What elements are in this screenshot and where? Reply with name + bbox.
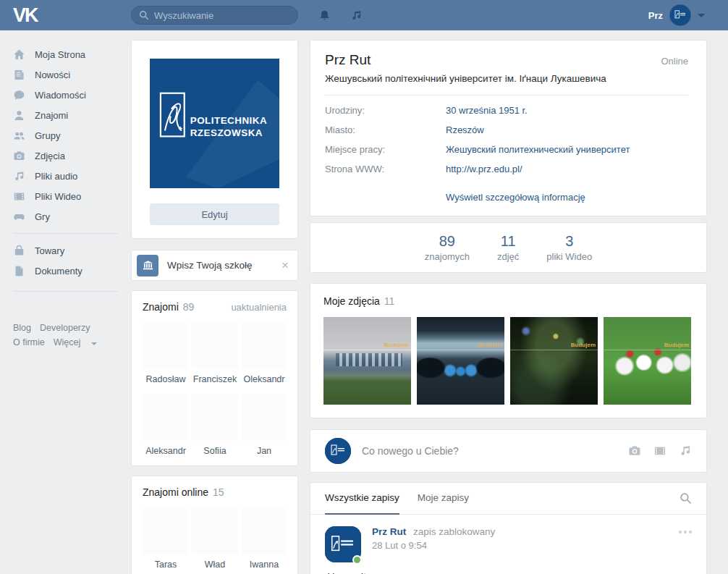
sidebar-item-towary[interactable]: Towary (13, 240, 131, 261)
sidebar-item-wiadomosci[interactable]: Wiadomości (13, 85, 131, 105)
counter-friends[interactable]: 89 znajomych (425, 233, 470, 262)
sidebar-item-label: Grupy (35, 130, 60, 141)
post-actions-menu-icon[interactable] (679, 531, 692, 533)
wall-search-icon[interactable] (680, 492, 692, 505)
sidebar-item-grupy[interactable]: Grupy (13, 125, 131, 145)
footer-link-o-firmie[interactable]: O firmie (13, 337, 45, 347)
status-text[interactable]: Жешувський політехнічний університет ім.… (325, 73, 688, 84)
user-avatar (670, 5, 690, 25)
detail-value-link[interactable]: Жешувский политехнический университет (446, 144, 630, 155)
search-bar[interactable] (131, 6, 298, 25)
school-input[interactable]: Wpisz Twoją szkołę (167, 260, 282, 271)
friend-item[interactable]: Oleksandr (241, 323, 287, 384)
groups-icon (13, 130, 25, 142)
detail-label: Strona WWW: (325, 164, 446, 174)
counter-label: pliki Wideo (546, 251, 592, 262)
friend-item[interactable]: Jan (241, 394, 287, 456)
profile-photo[interactable]: POLITECHNIKA RZESZOWSKA (150, 59, 279, 188)
photo-university-building[interactable]: Budujem (323, 317, 411, 405)
chevron-down-icon (91, 342, 97, 345)
counter-value: 3 (546, 233, 592, 250)
online-indicator (352, 555, 362, 565)
search-icon (139, 10, 149, 20)
counter-label: zdjęć (497, 251, 519, 262)
sidebar-item-gry[interactable]: Gry (13, 206, 131, 227)
footer-link-wiecej[interactable]: Więcej (54, 337, 81, 347)
attach-photo-camera-icon[interactable] (628, 444, 641, 457)
attach-audio-music-icon[interactable] (679, 444, 692, 457)
sidebar-item-dokumenty[interactable]: Dokumenty (13, 261, 131, 281)
friend-name: Franciszek (192, 374, 238, 384)
tab-my-posts[interactable]: Moje zapisy (418, 483, 469, 515)
friend-item[interactable]: Radosław (143, 323, 189, 384)
sidebar-item-pliki-audio[interactable]: Pliki audio (13, 166, 131, 186)
composer-avatar (325, 438, 351, 464)
friends-online-title[interactable]: Znajomi online (143, 486, 208, 498)
counters-card: 89 znajomych 11 zdjęć 3 pliki Wideo (310, 222, 707, 273)
post-blocked-badge: zapis zablokowany (413, 526, 495, 537)
sidebar-item-nowosci[interactable]: Nowości (13, 64, 131, 85)
footer-link-developerzy[interactable]: Developerzy (40, 323, 90, 333)
detail-value-link[interactable]: Rzeszów (446, 124, 484, 135)
friend-name: Taras (143, 560, 189, 570)
my-photos-title[interactable]: Moje zdjęcia (323, 295, 380, 307)
post-author-name[interactable]: Prz Rut (372, 526, 406, 537)
composer-input[interactable]: Co nowego u Ciebie? (362, 445, 628, 457)
close-icon[interactable]: × (282, 259, 289, 271)
news-icon (13, 69, 25, 81)
sidebar-item-zdjecia[interactable]: Zdjęcia (13, 145, 131, 166)
left-sidebar: Moja Strona Nowości Wiadomości Znajomi G… (0, 40, 131, 350)
home-icon (13, 48, 25, 61)
friends-online-card: Znajomi online 15 Taras Wład Iwanna (131, 476, 298, 574)
detail-value-link[interactable]: http://w.prz.edu.pl/ (446, 164, 522, 174)
friend-item[interactable]: Wład (192, 508, 238, 570)
friend-avatar (192, 394, 238, 441)
notifications-bell-icon[interactable] (318, 9, 331, 22)
sidebar-divider (13, 291, 118, 292)
camera-icon (13, 150, 25, 162)
music-icon[interactable] (350, 9, 363, 22)
photo-watermark: Budujem (478, 342, 502, 348)
vk-logo[interactable]: VK (0, 6, 131, 25)
counter-videos[interactable]: 3 pliki Wideo (546, 233, 592, 262)
tab-all-posts[interactable]: Wszystkie zapisy (325, 483, 399, 515)
photo-watermark: Budujem (384, 342, 409, 348)
sidebar-divider (13, 233, 118, 234)
friend-item[interactable]: Taras (143, 508, 189, 570)
page-title: Prz Rut (325, 52, 371, 68)
photo-night-concert-crowd[interactable]: Budujem (510, 317, 598, 405)
search-input[interactable] (154, 10, 290, 21)
detail-row-birthday: Urodziny: 30 września 1951 r. (325, 105, 688, 124)
friend-item[interactable]: Franciszek (192, 323, 238, 384)
show-detailed-info-link[interactable]: Wyświetl szczegółową informację (446, 192, 585, 203)
friends-online-count: 15 (213, 486, 224, 498)
photo-folk-dancers[interactable]: Budujem (604, 317, 691, 405)
sidebar-item-znajomi[interactable]: Znajomi (13, 105, 131, 125)
friend-name: Sofiia (192, 446, 238, 456)
photo-flight-simulator-cockpit[interactable]: Budujem (417, 317, 504, 405)
profile-info-card: Prz Rut Online Жешувський політехнічний … (310, 40, 707, 216)
friends-updates-link[interactable]: uaktualnienia (231, 302, 287, 313)
friend-item[interactable]: Sofiia (192, 394, 238, 456)
friend-item[interactable]: Aleksandr (143, 394, 189, 456)
sidebar-item-label: Zdjęcia (35, 151, 65, 161)
counter-photos[interactable]: 11 zdjęć (497, 233, 519, 262)
friend-avatar (143, 508, 189, 554)
photo-watermark: Budujem (571, 342, 596, 348)
attach-video-film-icon[interactable] (653, 444, 666, 457)
photo-watermark: Budujem (664, 342, 689, 348)
post-timestamp[interactable]: 28 Lut o 9:54 (372, 540, 692, 551)
sidebar-item-pliki-wideo[interactable]: Pliki Wideo (13, 186, 131, 206)
user-menu[interactable]: Prz (648, 5, 728, 25)
edit-profile-button[interactable]: Edytuj (150, 203, 279, 225)
document-icon (13, 265, 25, 277)
detail-value-link[interactable]: 30 września 1951 r. (446, 105, 528, 116)
divider (325, 95, 688, 96)
detail-label: Miejsce pracy: (325, 144, 446, 155)
sidebar-item-moja-strona[interactable]: Moja Strona (13, 44, 131, 64)
footer-link-blog[interactable]: Blog (13, 323, 31, 333)
friend-item[interactable]: Iwanna (241, 508, 287, 570)
friend-name: Oleksandr (241, 374, 287, 384)
friends-title[interactable]: Znajomi (143, 301, 179, 313)
page-body: Moja Strona Nowości Wiadomości Znajomi G… (0, 30, 728, 574)
